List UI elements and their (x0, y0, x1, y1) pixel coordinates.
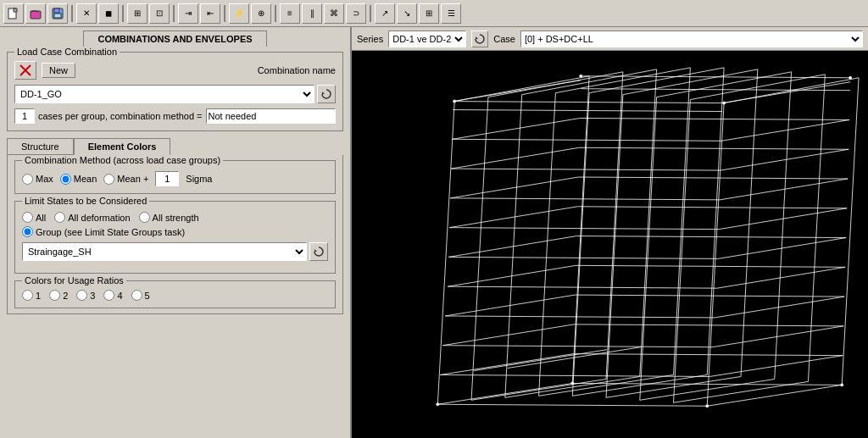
colors-group: Colors for Usage Ratios 1 2 3 (14, 280, 336, 308)
right-panel: Series DD-1 ve DD-2 Case [0] + DS+DC+LL (352, 27, 868, 438)
toolbar-btn-15[interactable]: ⊃ (346, 3, 366, 24)
method-group: Combination Method (across load case gro… (14, 160, 336, 194)
radio-group-input[interactable] (22, 226, 33, 237)
radio-color-4: 4 (103, 290, 122, 301)
delete-combination-btn[interactable] (14, 61, 36, 80)
radio-color-5: 5 (131, 290, 150, 301)
svg-point-96 (849, 76, 852, 79)
radio-all-str-input[interactable] (139, 212, 150, 223)
panel-content: Load Case Combination New Combination na… (0, 47, 350, 438)
radio-color-2-label: 2 (63, 291, 68, 301)
inner-tab-content: Combination Method (across load case gro… (7, 155, 343, 314)
svg-point-94 (723, 102, 726, 104)
radio-all-def-input[interactable] (54, 212, 65, 223)
tab-element-colors[interactable]: Element Colors (74, 138, 171, 155)
radio-max: Max (22, 174, 53, 185)
method-group-title: Combination Method (across load case gro… (22, 155, 223, 165)
3d-view[interactable] (352, 51, 868, 438)
combinations-tab[interactable]: COMBINATIONS AND ENVELOPES (83, 30, 266, 47)
radio-color-2-input[interactable] (49, 290, 60, 301)
svg-rect-3 (54, 8, 59, 13)
radio-all-label: All (36, 213, 46, 223)
radio-color-3: 3 (76, 290, 95, 301)
limit-state-select[interactable]: Straingage_SH (22, 242, 307, 261)
view-toolbar: Series DD-1 ve DD-2 Case [0] + DS+DC+LL (352, 27, 868, 51)
case-select[interactable]: [0] + DS+DC+LL (520, 30, 863, 47)
toolbar-btn-7[interactable]: ⊡ (149, 3, 170, 24)
toolbar-btn-6[interactable]: ⊞ (127, 3, 147, 24)
limit-group-title: Limit States to be Considered (22, 196, 149, 206)
toolbar-sep-4 (224, 5, 225, 22)
panel-tab-bar: COMBINATIONS AND ENVELOPES (0, 27, 350, 47)
lcc-group-title: Load Case Combination (14, 47, 120, 57)
toolbar-btn-4[interactable]: ✕ (76, 3, 97, 24)
toolbar-btn-18[interactable]: ⊞ (419, 3, 439, 24)
sigma-label: Sigma (186, 174, 212, 184)
method-value-input[interactable] (206, 108, 336, 124)
radio-mean-plus-input[interactable] (103, 174, 114, 185)
toolbar-save-btn[interactable] (47, 3, 68, 24)
radio-color-3-label: 3 (90, 291, 95, 301)
radio-color-1: 1 (22, 290, 41, 301)
svg-marker-8 (314, 249, 317, 252)
svg-point-93 (453, 100, 456, 103)
toolbar-btn-17[interactable]: ↘ (397, 3, 417, 24)
cases-row: cases per group, combination method = (14, 108, 336, 124)
cases-per-group-input[interactable] (14, 108, 35, 124)
toolbar-btn-11[interactable]: ⊕ (251, 3, 271, 24)
radio-all-def: All deformation (54, 212, 130, 223)
radio-group: Group (see Limit State Groups task) (22, 226, 185, 237)
left-panel: COMBINATIONS AND ENVELOPES Load Case Com… (0, 27, 352, 438)
limit-radio-row: All All deformation All strength (22, 212, 328, 223)
sigma-input[interactable] (155, 171, 179, 186)
radio-color-4-label: 4 (117, 291, 122, 301)
toolbar-btn-19[interactable]: ☰ (441, 3, 461, 24)
radio-mean: Mean (60, 174, 97, 185)
radio-all-str: All strength (139, 212, 199, 223)
radio-max-label: Max (36, 174, 53, 184)
toolbar-btn-10[interactable]: ⚡ (229, 3, 249, 24)
method-radio-row: Max Mean Mean + Sigma (22, 171, 328, 186)
radio-all-def-label: All deformation (68, 213, 130, 223)
radio-max-input[interactable] (22, 174, 33, 185)
limit-state-refresh-btn[interactable] (309, 242, 328, 261)
main-toolbar: ✕ ◼ ⊞ ⊡ ⇥ ⇤ ⚡ ⊕ ≡ ∥ ⌘ ⊃ ↗ ↘ ⊞ ☰ (0, 0, 868, 27)
combination-refresh-btn[interactable] (317, 85, 336, 103)
toolbar-sep-2 (122, 5, 124, 22)
svg-marker-7 (322, 91, 325, 94)
toolbar-sep-6 (370, 5, 371, 22)
combination-select[interactable]: DD-1_GO (14, 85, 314, 103)
series-refresh-btn[interactable] (471, 30, 488, 47)
toolbar-btn-8[interactable]: ⇥ (178, 3, 198, 24)
toolbar-btn-16[interactable]: ↗ (375, 3, 395, 24)
toolbar-sep-1 (71, 5, 73, 22)
radio-color-5-label: 5 (145, 291, 150, 301)
radio-mean-plus: Mean + (103, 174, 148, 185)
series-select[interactable]: DD-1 ve DD-2 (388, 30, 466, 47)
toolbar-btn-9[interactable]: ⇤ (200, 3, 220, 24)
toolbar-new-btn[interactable] (3, 3, 24, 24)
lcc-group: Load Case Combination New Combination na… (7, 52, 343, 131)
radio-color-2: 2 (49, 290, 68, 301)
cases-text: cases per group, combination method = (38, 111, 203, 121)
combo-name-label: Combination name (258, 65, 336, 75)
radio-mean-label: Mean (74, 174, 97, 184)
radio-color-5-input[interactable] (131, 290, 142, 301)
radio-color-4-input[interactable] (103, 290, 114, 301)
limit-group-row: Group (see Limit State Groups task) (22, 226, 328, 237)
toolbar-btn-13[interactable]: ∥ (302, 3, 322, 24)
radio-color-3-input[interactable] (76, 290, 87, 301)
toolbar-open-btn[interactable] (25, 3, 46, 24)
tab-structure[interactable]: Structure (7, 138, 74, 155)
toolbar-btn-14[interactable]: ⌘ (324, 3, 344, 24)
radio-color-1-input[interactable] (22, 290, 33, 301)
radio-all-input[interactable] (22, 212, 33, 223)
toolbar-btn-5[interactable]: ◼ (98, 3, 119, 24)
main-container: COMBINATIONS AND ENVELOPES Load Case Com… (0, 27, 868, 438)
inner-tabs: Structure Element Colors (7, 138, 343, 155)
new-combination-btn[interactable]: New (42, 63, 75, 78)
series-label: Series (357, 34, 383, 44)
toolbar-btn-12[interactable]: ≡ (280, 3, 300, 24)
radio-mean-input[interactable] (60, 174, 71, 185)
svg-point-95 (580, 75, 582, 77)
